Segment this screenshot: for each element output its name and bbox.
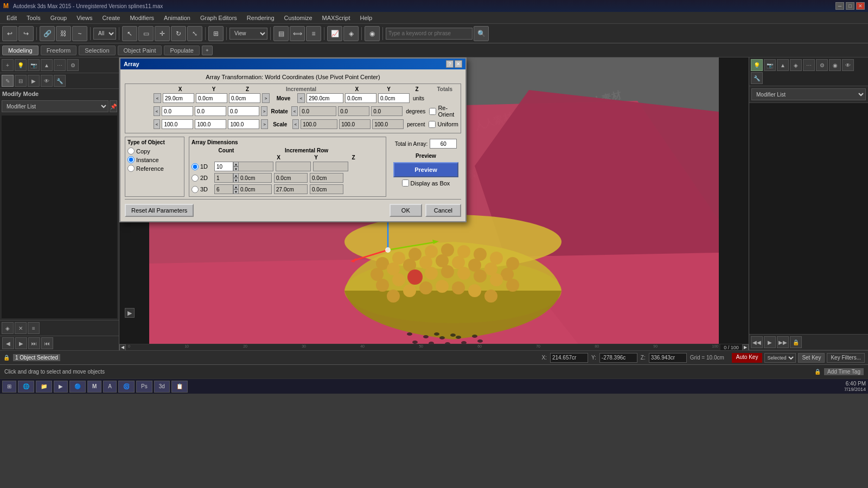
helpers-button[interactable]: ▲ bbox=[41, 59, 53, 71]
count-2d-input[interactable] bbox=[214, 173, 233, 183]
2d-y-input[interactable] bbox=[274, 173, 308, 183]
pin-stack-button[interactable]: 📌 bbox=[110, 100, 117, 112]
explorer-button[interactable]: 📁 bbox=[36, 381, 52, 393]
cancel-button[interactable]: Cancel bbox=[425, 204, 461, 217]
torrent-button[interactable]: 🌀 bbox=[118, 381, 135, 393]
modifier-list-select[interactable]: Modifier List bbox=[751, 88, 866, 100]
system-button[interactable]: ⚙ bbox=[67, 59, 79, 71]
camera-button[interactable]: 📷 bbox=[28, 59, 40, 71]
move-tot-left-arrow[interactable]: < bbox=[297, 93, 305, 103]
search-button[interactable]: 🔍 bbox=[474, 26, 489, 41]
menu-customize[interactable]: Customize bbox=[280, 14, 317, 22]
menu-group[interactable]: Group bbox=[46, 14, 72, 22]
align-button[interactable]: ≡ bbox=[306, 26, 321, 41]
add-time-tag-button[interactable]: Add Time Tag bbox=[824, 368, 864, 375]
menu-create[interactable]: Create bbox=[98, 14, 124, 22]
select-link-button[interactable]: 🔗 bbox=[40, 26, 55, 41]
helpers-icon-btn[interactable]: ◈ bbox=[790, 59, 802, 71]
scale-tot-x-input[interactable] bbox=[301, 119, 337, 129]
move-inc-x-input[interactable] bbox=[163, 93, 194, 103]
reference-radio-label[interactable]: Reference bbox=[127, 165, 182, 172]
reset-all-params-button[interactable]: Reset All Parameters bbox=[125, 204, 194, 217]
rotate-inc-z-input[interactable] bbox=[228, 106, 259, 116]
key-filters-button[interactable]: Key Filters... bbox=[827, 353, 865, 363]
scale-tot-y-input[interactable] bbox=[339, 119, 371, 129]
3d-z-input[interactable] bbox=[310, 184, 343, 194]
dialog-help-button[interactable]: ? bbox=[446, 60, 454, 68]
scale-inc-x-input[interactable] bbox=[162, 119, 193, 129]
unlink-button[interactable]: ⛓ bbox=[56, 26, 71, 41]
make-unique-button[interactable]: ◈ bbox=[2, 322, 14, 334]
reference-radio[interactable] bbox=[127, 165, 135, 172]
motion-icon-btn[interactable]: ◉ bbox=[829, 59, 841, 71]
utilities-button[interactable]: 🔧 bbox=[54, 75, 66, 87]
tab-populate[interactable]: Populate bbox=[164, 46, 199, 55]
nav-play-button[interactable]: ▶ bbox=[15, 337, 27, 349]
remove-modifier-button[interactable]: ✕ bbox=[15, 322, 27, 334]
x-coord-input[interactable] bbox=[550, 353, 588, 363]
menu-graph-editors[interactable]: Graph Editors bbox=[196, 14, 241, 22]
y-coord-input[interactable] bbox=[599, 353, 637, 363]
menu-views[interactable]: Views bbox=[72, 14, 97, 22]
rotate-tot-left-arrow[interactable]: < bbox=[291, 106, 298, 116]
2d-x-input[interactable] bbox=[238, 173, 272, 183]
scale-inc-y-input[interactable] bbox=[195, 119, 226, 129]
scale-button[interactable]: ⤡ bbox=[187, 26, 202, 41]
move-left-arrow[interactable]: < bbox=[154, 93, 161, 103]
re-orient-checkbox[interactable] bbox=[429, 108, 436, 115]
instance-radio-label[interactable]: Instance bbox=[127, 156, 182, 163]
rp-nav-1[interactable]: ◀◀ bbox=[751, 336, 763, 348]
next-frame-button[interactable]: ▶ bbox=[742, 344, 749, 351]
geo-icon-btn[interactable]: ▲ bbox=[777, 59, 789, 71]
rotate-right-arrow[interactable]: > bbox=[261, 106, 267, 116]
rotate-tot-z-input[interactable] bbox=[371, 106, 403, 116]
scale-left-arrow[interactable]: < bbox=[154, 119, 160, 129]
modifier-list-dropdown[interactable]: Modifier List bbox=[2, 100, 108, 112]
menu-edit[interactable]: Edit bbox=[2, 14, 21, 22]
display-as-box-label[interactable]: Display as Box bbox=[402, 179, 450, 187]
rotate-inc-y-input[interactable] bbox=[195, 106, 226, 116]
rotate-button[interactable]: ↻ bbox=[171, 26, 186, 41]
media-button[interactable]: ▶ bbox=[54, 381, 68, 393]
tab-object-paint[interactable]: Object Paint bbox=[118, 46, 162, 55]
menu-animation[interactable]: Animation bbox=[159, 14, 195, 22]
lock-btn[interactable]: 🔒 bbox=[814, 369, 821, 375]
3ds-button[interactable]: 3d bbox=[154, 381, 170, 393]
close-button[interactable]: ✕ bbox=[856, 2, 865, 10]
3d-radio-label[interactable]: 3D bbox=[192, 186, 212, 193]
tab-more-button[interactable]: + bbox=[202, 46, 213, 55]
count-1d-input[interactable] bbox=[214, 162, 233, 171]
menu-maxscript[interactable]: MAXScript bbox=[318, 14, 355, 22]
select-region-button[interactable]: ▭ bbox=[138, 26, 154, 41]
ps-button[interactable]: Ps bbox=[136, 381, 152, 393]
rp-nav-4[interactable]: 🔒 bbox=[790, 336, 802, 348]
redo-button[interactable]: ↪ bbox=[18, 26, 34, 41]
space-warp-icon-btn[interactable]: ⋯ bbox=[803, 59, 815, 71]
move-tot-x-input[interactable] bbox=[307, 93, 343, 103]
display-button[interactable]: 👁 bbox=[41, 75, 53, 87]
move-button[interactable]: ✛ bbox=[155, 26, 170, 41]
motion-button[interactable]: ▶ bbox=[28, 75, 40, 87]
undo-button[interactable]: ↩ bbox=[2, 26, 17, 41]
2d-radio-label[interactable]: 2D bbox=[192, 175, 212, 182]
3d-radio[interactable] bbox=[192, 186, 199, 193]
dialog-close-button[interactable]: ✕ bbox=[455, 60, 462, 68]
modify-button[interactable]: ✎ bbox=[2, 75, 14, 87]
material-editor-button[interactable]: ◉ bbox=[365, 26, 380, 41]
systems-icon-btn[interactable]: ⚙ bbox=[816, 59, 828, 71]
nav-end-button[interactable]: ⏮ bbox=[41, 337, 53, 349]
z-coord-input[interactable] bbox=[649, 353, 687, 363]
camera-icon-btn[interactable]: 📷 bbox=[764, 59, 776, 71]
view-dropdown[interactable]: View bbox=[229, 28, 267, 40]
2d-z-input[interactable] bbox=[310, 173, 343, 183]
scale-inc-z-input[interactable] bbox=[228, 119, 259, 129]
bind-space-warp[interactable]: ~ bbox=[72, 26, 87, 41]
reference-coord-button[interactable]: ⊞ bbox=[208, 26, 224, 41]
rotate-left-arrow[interactable]: < bbox=[154, 106, 160, 116]
tab-selection[interactable]: Selection bbox=[79, 46, 115, 55]
rotate-tot-y-input[interactable] bbox=[338, 106, 369, 116]
scale-tot-z-input[interactable] bbox=[372, 119, 404, 129]
instance-radio[interactable] bbox=[127, 156, 135, 163]
scale-right-arrow[interactable]: > bbox=[261, 119, 267, 129]
move-inc-y-input[interactable] bbox=[196, 93, 227, 103]
